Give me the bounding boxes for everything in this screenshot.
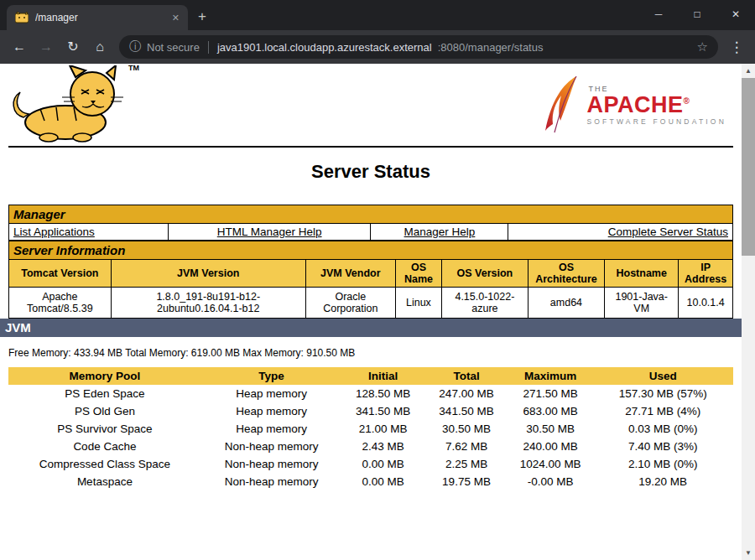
col-hostname: Hostname: [605, 260, 679, 288]
col-maximum: Maximum: [508, 367, 592, 385]
bookmark-star-icon[interactable]: ☆: [697, 39, 708, 54]
cell: PS Old Gen: [8, 402, 201, 420]
cell: Heap memory: [201, 402, 342, 420]
back-icon[interactable]: ←: [7, 34, 32, 60]
col-used: Used: [592, 367, 733, 385]
memory-table-header-row: Memory Pool Type Initial Total Maximum U…: [8, 367, 733, 385]
cell: -0.00 MB: [508, 473, 592, 490]
jvm-section-header: JVM: [0, 319, 742, 337]
val-hostname: 1901-Java-VM: [605, 288, 679, 319]
apache-wordmark: THE APACHE® SOFTWARE FOUNDATION: [586, 86, 726, 127]
cell: 1024.00 MB: [508, 455, 592, 473]
cell: Non-heap memory: [201, 438, 342, 455]
browser-tab[interactable]: /manager ✕: [7, 5, 188, 30]
manager-links-row: List Applications HTML Manager Help Mana…: [9, 224, 733, 241]
val-os-name: Linux: [395, 288, 441, 319]
col-memory-pool: Memory Pool: [8, 367, 201, 385]
address-bar[interactable]: ⓘ Not secure java1901.local.cloudapp.azu…: [119, 35, 718, 59]
val-jvm-vendor: Oracle Corporation: [305, 288, 395, 319]
col-os-version: OS Version: [442, 260, 528, 288]
link-complete-server-status[interactable]: Complete Server Status: [608, 226, 728, 238]
col-jvm-vendor: JVM Vendor: [305, 260, 395, 288]
link-html-manager-help[interactable]: HTML Manager Help: [217, 226, 322, 238]
tomcat-trademark: TM: [128, 64, 139, 72]
scroll-down-icon[interactable]: ▼: [742, 546, 755, 560]
table-row: Compressed Class Space Non-heap memory 0…: [8, 455, 733, 473]
tomcat-logo: TM: [8, 65, 143, 146]
apache-feather-icon: [543, 75, 580, 136]
new-tab-button[interactable]: +: [188, 5, 216, 30]
cell: 2.10 MB (0%): [592, 455, 733, 473]
col-initial: Initial: [341, 367, 424, 385]
cell: 128.50 MB: [341, 385, 424, 402]
cell: Non-heap memory: [201, 455, 342, 473]
col-ip-address: IP Address: [679, 260, 733, 288]
forward-icon[interactable]: →: [34, 34, 59, 60]
link-list-applications[interactable]: List Applications: [13, 226, 95, 238]
memory-pool-table: Memory Pool Type Initial Total Maximum U…: [8, 367, 733, 490]
cell: 0.00 MB: [341, 473, 424, 490]
reload-icon[interactable]: ↻: [60, 34, 86, 60]
title-bar: /manager ✕ + ─ □ ✕: [0, 0, 755, 30]
tomcat-favicon: [15, 11, 29, 24]
server-info-data-row: Apache Tomcat/8.5.39 1.8.0_191-8u191-b12…: [9, 288, 733, 319]
col-os-name: OS Name: [395, 260, 441, 288]
cell: 0.00 MB: [341, 455, 424, 473]
manager-title-row: Manager: [9, 205, 733, 224]
scrollbar-thumb[interactable]: [742, 78, 755, 256]
manager-title: Manager: [9, 205, 733, 224]
url-path: :8080/manager/status: [438, 41, 544, 54]
table-row: Metaspace Non-heap memory 0.00 MB 19.75 …: [8, 473, 733, 490]
val-os-architecture: amd64: [528, 288, 604, 319]
cell: Non-heap memory: [201, 473, 342, 490]
col-type: Type: [201, 367, 342, 385]
val-ip-address: 10.0.1.4: [679, 288, 733, 319]
close-button[interactable]: ✕: [716, 0, 755, 30]
cell: 2.43 MB: [341, 438, 424, 455]
cell: 2.25 MB: [424, 455, 508, 473]
col-tomcat-version: Tomcat Version: [9, 260, 112, 288]
table-row: PS Old Gen Heap memory 341.50 MB 341.50 …: [8, 402, 733, 420]
cell: 30.50 MB: [424, 420, 508, 438]
cell: 27.71 MB (4%): [592, 402, 733, 420]
cell: 271.50 MB: [508, 385, 592, 402]
window-controls: ─ □ ✕: [639, 0, 755, 30]
link-manager-help[interactable]: Manager Help: [404, 226, 476, 238]
cell: 21.00 MB: [341, 420, 424, 438]
table-row: Code Cache Non-heap memory 2.43 MB 7.62 …: [8, 438, 733, 455]
cell: 19.20 MB: [592, 473, 733, 490]
cell: 341.50 MB: [424, 402, 508, 420]
cell: 247.00 MB: [424, 385, 508, 402]
vertical-scrollbar[interactable]: ▲ ▼: [742, 64, 755, 560]
apache-name-label: APACHE®: [586, 93, 726, 117]
tab-title: /manager: [35, 12, 165, 23]
info-icon[interactable]: ⓘ: [129, 39, 141, 54]
val-jvm-version: 1.8.0_191-8u191-b12-2ubuntu0.16.04.1-b12: [111, 288, 305, 319]
server-info-title: Server Information: [9, 241, 733, 260]
val-os-version: 4.15.0-1022-azure: [442, 288, 528, 319]
browser-menu-icon[interactable]: ⋮: [725, 39, 748, 56]
server-info-title-row: Server Information: [9, 241, 733, 260]
jvm-memory-summary: Free Memory: 433.94 MB Total Memory: 619…: [8, 347, 733, 359]
apache-sub-label: SOFTWARE FOUNDATION: [586, 118, 726, 126]
minimize-button[interactable]: ─: [639, 0, 678, 30]
navigation-bar: ← → ↻ ⌂ ⓘ Not secure java1901.local.clou…: [0, 30, 755, 64]
cell: Heap memory: [201, 385, 342, 402]
cell: Heap memory: [201, 420, 342, 438]
home-icon[interactable]: ⌂: [87, 34, 112, 60]
scroll-up-icon[interactable]: ▲: [742, 64, 755, 78]
tab-close-icon[interactable]: ✕: [172, 13, 180, 23]
cell: 7.40 MB (3%): [592, 438, 733, 455]
server-info-header-row: Tomcat Version JVM Version JVM Vendor OS…: [9, 260, 733, 288]
maximize-button[interactable]: □: [678, 0, 716, 30]
val-tomcat-version: Apache Tomcat/8.5.39: [9, 288, 112, 319]
cell: 683.00 MB: [508, 402, 592, 420]
url-host: java1901.local.cloudapp.azurestack.exter…: [217, 41, 432, 54]
cell: PS Eden Space: [8, 385, 201, 402]
cell: 30.50 MB: [508, 420, 592, 438]
cell: 0.03 MB (0%): [592, 420, 733, 438]
apache-logo: THE APACHE® SOFTWARE FOUNDATION: [543, 75, 726, 136]
cell: 19.75 MB: [424, 473, 508, 490]
table-row: PS Eden Space Heap memory 128.50 MB 247.…: [8, 385, 733, 402]
manager-table: Manager List Applications HTML Manager H…: [8, 205, 733, 241]
